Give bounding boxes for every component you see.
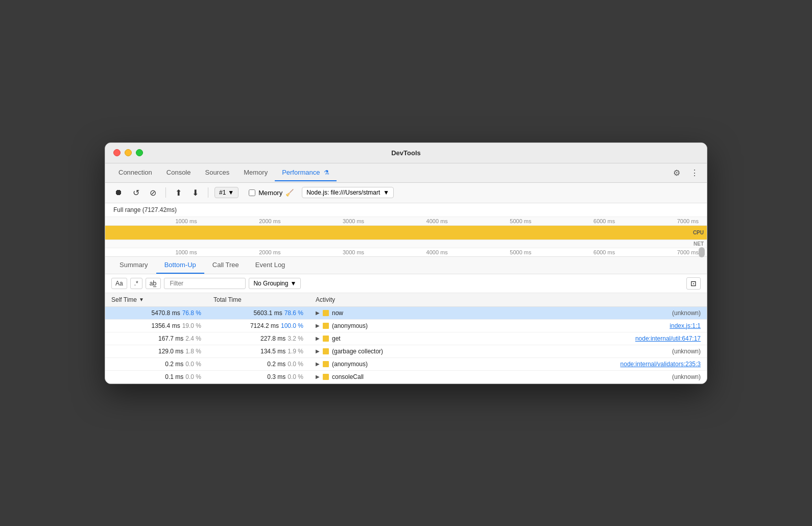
grouping-selector[interactable]: No Grouping ▼ [249,278,301,289]
activity-color-dot [323,361,329,367]
total-time-pct: 1.9 % [288,348,303,355]
activity-color-dot [323,323,329,329]
col-self-time[interactable]: Self Time ▼ [105,293,207,307]
profile-dropdown-icon: ▼ [228,189,234,196]
performance-flask-icon: ⚗ [324,169,329,176]
node-selector[interactable]: Node.js: file:///Users/stmart ▼ [302,187,394,198]
tab-performance[interactable]: Performance ⚗ [275,164,337,181]
tab-connection[interactable]: Connection [111,164,159,181]
cpu-track[interactable]: CPU [105,225,707,240]
cell-total-time: 0.2 ms 0.0 % [207,357,309,370]
expand-arrow[interactable]: ▶ [316,336,320,341]
upload-button[interactable]: ⬆ [172,186,185,200]
tab-summary[interactable]: Summary [111,257,156,274]
ruler-mark-1: 1000 ms [176,218,197,224]
panel-layout-button[interactable]: ⊡ [686,277,701,290]
cell-total-time: 7124.2 ms 100.0 % [207,319,309,332]
match-case-button[interactable]: ab̲ [146,278,161,289]
regex-button[interactable]: .* [130,278,142,289]
timeline: Full range (7127.42ms) 1000 ms 2000 ms 3… [105,203,707,257]
memory-checkbox-input[interactable] [249,189,255,196]
self-time-pct: 76.8 % [182,309,201,317]
memory-checkbox[interactable]: Memory 🧹 [249,189,294,197]
self-time-pct: 0.0 % [185,373,201,380]
self-time-pct: 2.4 % [185,335,201,342]
total-time-value: 0.3 ms [267,373,285,380]
timeline-scrollbar[interactable] [699,247,705,257]
expand-arrow[interactable]: ▶ [316,323,320,328]
table-row: 0.1 ms 0.0 % 0.3 ms 0.0 % ▶ consoleCall … [105,370,707,383]
table-row: 1356.4 ms 19.0 % 7124.2 ms 100.0 % ▶ (an… [105,319,707,332]
activity-source: (unknown) [672,348,701,355]
case-sensitive-button[interactable]: Aa [111,278,127,289]
reload-button[interactable]: ↺ [130,186,142,200]
col-total-time[interactable]: Total Time [207,293,309,307]
tab-sources[interactable]: Sources [198,164,236,181]
close-button[interactable] [113,149,121,156]
grouping-label: No Grouping [253,280,288,287]
node-label: Node.js: file:///Users/stmart [306,189,380,196]
cell-total-time: 5603.1 ms 78.6 % [207,306,309,319]
main-tabs: Connection Console Sources Memory Perfor… [105,163,707,183]
timeline-ruler-top: 1000 ms 2000 ms 3000 ms 4000 ms 5000 ms … [105,217,707,225]
separator-2 [208,187,208,198]
window-title: DevTools [391,149,421,157]
activity-color-dot [323,336,329,342]
cell-activity: ▶ consoleCall (unknown) [309,370,707,383]
total-time-pct: 3.2 % [288,335,303,342]
table-row: 0.2 ms 0.0 % 0.2 ms 0.0 % ▶ (anonymous) … [105,357,707,370]
total-time-pct: 100.0 % [281,322,303,329]
settings-icon[interactable]: ⚙ [671,166,682,180]
expand-arrow[interactable]: ▶ [316,310,320,316]
net-track: NET [105,240,707,248]
range-label: Full range (7127.42ms) [105,203,707,217]
activity-color-dot [323,374,329,380]
maximize-button[interactable] [136,149,143,156]
cell-self-time: 129.0 ms 1.8 % [105,345,207,357]
tab-event-log[interactable]: Event Log [247,257,294,274]
minimize-button[interactable] [125,149,132,156]
total-time-value: 0.2 ms [267,361,285,368]
upload-icon: ⬆ [175,188,182,198]
ruler-b-mark-3: 3000 ms [343,249,364,255]
total-time-pct: 0.0 % [288,361,303,368]
activity-source[interactable]: node:internal/util:647:17 [635,335,701,342]
tab-console[interactable]: Console [159,164,198,181]
clear-icon: ⊘ [150,188,156,198]
total-time-value: 5603.1 ms [254,309,282,317]
panel-layout-icon: ⊡ [690,279,697,288]
cell-self-time: 5470.8 ms 76.8 % [105,306,207,319]
expand-arrow[interactable]: ▶ [316,348,320,354]
clear-button[interactable]: ⊘ [147,186,159,200]
node-dropdown-icon: ▼ [383,189,389,196]
match-case-icon: ab̲ [150,280,157,287]
col-activity[interactable]: Activity [309,293,707,307]
ruler-b-mark-7: 7000 ms [677,249,699,255]
tab-memory[interactable]: Memory [236,164,275,181]
ruler-b-mark-2: 2000 ms [259,249,280,255]
more-icon[interactable]: ⋮ [688,166,701,180]
record-button[interactable]: ⏺ [111,186,126,199]
total-time-value: 227.8 ms [260,335,285,342]
cpu-bar [105,226,707,240]
download-button[interactable]: ⬇ [189,186,202,200]
record-icon: ⏺ [114,188,123,197]
ruler-b-mark-5: 5000 ms [510,249,531,255]
activity-source[interactable]: node:internal/validators:235:3 [620,361,701,368]
activity-color-dot [323,310,329,316]
self-time-value: 167.7 ms [158,335,183,342]
expand-arrow[interactable]: ▶ [316,361,320,367]
tab-bottom-up[interactable]: Bottom-Up [156,257,204,274]
total-time-pct: 78.6 % [284,309,303,317]
self-time-value: 129.0 ms [158,348,183,355]
profile-selector[interactable]: #1 ▼ [214,187,238,198]
filter-input[interactable] [164,278,246,289]
expand-arrow[interactable]: ▶ [316,374,320,379]
tab-call-tree[interactable]: Call Tree [204,257,247,274]
activity-name: get [332,335,341,342]
ruler-mark-7: 7000 ms [677,218,699,224]
self-time-value: 0.2 ms [165,361,183,368]
activity-color-dot [323,348,329,354]
cell-activity: ▶ now (unknown) [309,306,707,319]
activity-source[interactable]: index.js:1:1 [670,322,701,329]
